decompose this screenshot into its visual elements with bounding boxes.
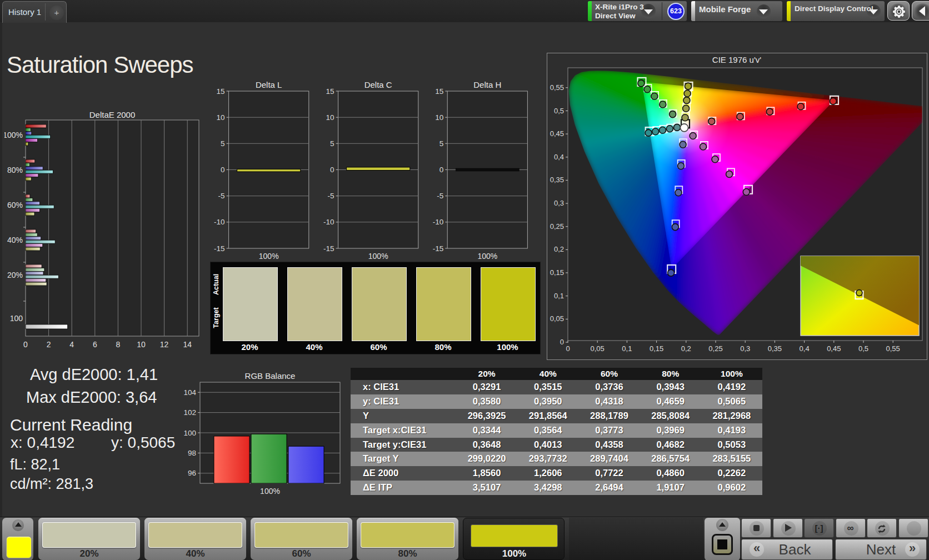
svg-text:-5: -5	[437, 192, 443, 200]
svg-text:60%: 60%	[7, 201, 23, 209]
svg-text:4: 4	[69, 340, 74, 349]
svg-text:40%: 40%	[7, 236, 23, 244]
svg-text:Delta L: Delta L	[256, 80, 282, 89]
svg-text:0,4: 0,4	[800, 344, 810, 353]
svg-text:5: 5	[330, 139, 334, 148]
svg-text:0: 0	[23, 340, 28, 349]
svg-text:10: 10	[326, 113, 334, 122]
svg-text:100: 100	[10, 314, 23, 323]
svg-text:10: 10	[435, 113, 443, 122]
svg-text:100%: 100%	[4, 131, 23, 139]
svg-text:96: 96	[188, 469, 196, 477]
svg-text:0,55: 0,55	[550, 83, 564, 92]
svg-text:6: 6	[93, 340, 97, 349]
svg-text:0,25: 0,25	[550, 222, 564, 231]
svg-text:0,55: 0,55	[886, 344, 900, 353]
svg-text:14: 14	[183, 340, 192, 349]
svg-text:5: 5	[439, 139, 444, 148]
svg-text:Delta C: Delta C	[364, 80, 392, 89]
svg-text:DeltaE 2000: DeltaE 2000	[89, 110, 136, 119]
svg-text:-10: -10	[214, 218, 225, 226]
svg-text:0,4: 0,4	[554, 153, 564, 161]
svg-text:-5: -5	[218, 192, 225, 200]
svg-text:0: 0	[221, 166, 225, 174]
svg-text:0,2: 0,2	[681, 344, 691, 353]
svg-text:80%: 80%	[7, 166, 23, 174]
svg-text:0,25: 0,25	[708, 344, 722, 353]
svg-text:100%: 100%	[259, 252, 279, 261]
svg-text:-15: -15	[433, 244, 444, 253]
svg-text:0,05: 0,05	[550, 314, 564, 323]
svg-text:15: 15	[217, 87, 225, 96]
svg-text:0,5: 0,5	[554, 107, 564, 115]
svg-text:20%: 20%	[7, 271, 23, 279]
svg-text:-15: -15	[214, 244, 225, 253]
svg-text:10: 10	[217, 113, 225, 122]
svg-text:-10: -10	[433, 218, 444, 226]
svg-text:-5: -5	[328, 192, 334, 200]
svg-text:0,35: 0,35	[768, 344, 782, 353]
svg-text:-15: -15	[323, 244, 334, 253]
svg-text:100: 100	[183, 429, 196, 437]
svg-text:5: 5	[221, 139, 225, 148]
svg-text:Delta H: Delta H	[473, 80, 501, 89]
svg-text:0,1: 0,1	[554, 292, 564, 300]
svg-text:CIE 1976 u'v': CIE 1976 u'v'	[712, 55, 761, 64]
svg-text:0,3: 0,3	[554, 199, 564, 207]
svg-text:2: 2	[47, 340, 51, 349]
svg-text:100%: 100%	[368, 252, 388, 261]
svg-text:10: 10	[137, 340, 146, 349]
svg-text:15: 15	[435, 87, 443, 96]
svg-text:0,05: 0,05	[591, 344, 605, 353]
svg-text:0,45: 0,45	[550, 129, 564, 138]
svg-text:0: 0	[566, 344, 570, 353]
svg-text:RGB Balance: RGB Balance	[245, 371, 296, 381]
svg-text:100%: 100%	[260, 487, 280, 496]
svg-text:0,15: 0,15	[650, 344, 663, 353]
svg-text:102: 102	[183, 408, 196, 417]
svg-text:15: 15	[326, 87, 334, 96]
svg-text:104: 104	[183, 388, 196, 397]
svg-text:0: 0	[330, 166, 334, 174]
svg-text:12: 12	[160, 340, 169, 349]
svg-text:0,2: 0,2	[554, 245, 564, 253]
svg-text:8: 8	[116, 340, 121, 349]
svg-text:0,3: 0,3	[740, 344, 750, 353]
svg-text:0,35: 0,35	[550, 176, 564, 184]
svg-text:0,45: 0,45	[827, 344, 841, 353]
svg-text:0: 0	[439, 166, 444, 174]
svg-text:100%: 100%	[477, 252, 497, 261]
svg-text:0,1: 0,1	[622, 344, 632, 353]
svg-text:0,5: 0,5	[858, 344, 868, 353]
svg-text:98: 98	[188, 449, 196, 457]
svg-text:0: 0	[560, 338, 564, 346]
svg-text:0,15: 0,15	[550, 268, 564, 277]
svg-text:-10: -10	[323, 218, 334, 226]
